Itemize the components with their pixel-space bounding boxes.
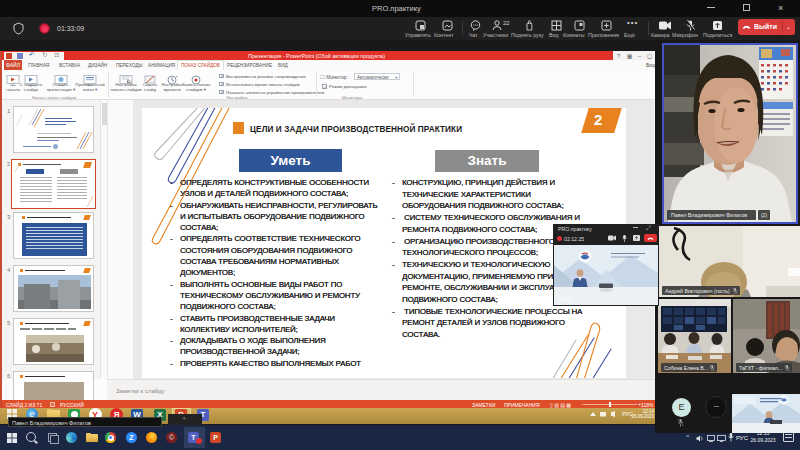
svg-text:КУОС: КУОС — [559, 296, 573, 302]
